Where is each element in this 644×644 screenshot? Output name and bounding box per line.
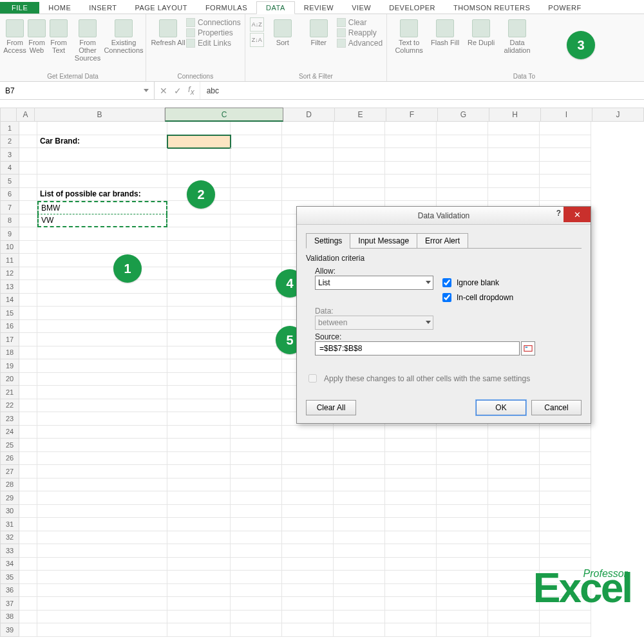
cell[interactable] [231, 452, 282, 466]
cell[interactable] [231, 214, 282, 228]
sort-desc-button[interactable]: Z↓A [250, 33, 264, 47]
cell[interactable] [540, 465, 591, 478]
cell[interactable] [282, 491, 334, 505]
cell[interactable] [282, 584, 334, 598]
cell[interactable] [231, 386, 282, 399]
cell[interactable] [231, 294, 282, 307]
cell[interactable] [231, 162, 282, 175]
from-access-button[interactable]: From Access [4, 17, 26, 54]
cell[interactable] [437, 518, 488, 531]
cell[interactable] [437, 597, 488, 611]
flash-fill-button[interactable]: Flash Fill [427, 17, 463, 46]
cell[interactable] [385, 544, 437, 558]
cell[interactable] [334, 426, 385, 439]
cell[interactable] [437, 623, 488, 637]
clear-filter-button[interactable]: Clear [337, 18, 383, 27]
cell[interactable] [385, 426, 437, 439]
col-header[interactable]: B [35, 108, 165, 122]
help-button[interactable]: ? [556, 209, 561, 218]
cell[interactable] [167, 280, 231, 294]
row-header[interactable]: 28 [0, 478, 19, 492]
cell[interactable] [540, 175, 591, 188]
cell[interactable] [167, 558, 231, 571]
cell[interactable] [19, 162, 37, 175]
tab-review[interactable]: REVIEW [295, 2, 343, 14]
row-header[interactable]: 34 [0, 558, 19, 571]
cell[interactable] [231, 426, 282, 439]
cell[interactable] [167, 426, 231, 439]
close-button[interactable]: ✕ [564, 207, 591, 222]
cell[interactable] [19, 491, 37, 505]
cell[interactable] [231, 175, 282, 188]
row-header[interactable]: 6 [0, 188, 19, 202]
cell[interactable] [231, 201, 282, 214]
tab-page-layout[interactable]: PAGE LAYOUT [126, 2, 196, 14]
cell[interactable] [19, 280, 37, 294]
cell[interactable] [540, 491, 591, 505]
tab-view[interactable]: VIEW [343, 2, 380, 14]
cell[interactable] [488, 426, 540, 439]
remove-duplicates-button[interactable]: Re Dupli [463, 17, 499, 46]
cell[interactable] [488, 478, 540, 492]
cell[interactable] [231, 491, 282, 505]
refresh-all-button[interactable]: Refresh All [150, 17, 186, 46]
edit-links-button[interactable]: Edit Links [186, 39, 241, 48]
row-header[interactable]: 18 [0, 346, 19, 360]
cell[interactable] [231, 399, 282, 413]
row-header[interactable]: 25 [0, 439, 19, 452]
cell[interactable] [540, 162, 591, 175]
cell[interactable] [437, 531, 488, 545]
col-header[interactable]: E [335, 108, 386, 122]
cell[interactable] [37, 254, 167, 267]
cell[interactable] [19, 188, 37, 202]
cell[interactable] [231, 227, 282, 241]
cell[interactable] [334, 478, 385, 492]
cell[interactable] [488, 148, 540, 162]
row-header[interactable]: 35 [0, 571, 19, 584]
filter-button[interactable]: Filter [301, 17, 337, 46]
cell[interactable] [540, 531, 591, 545]
cell[interactable] [167, 122, 231, 135]
cell[interactable] [37, 518, 167, 531]
row-header[interactable]: 19 [0, 359, 19, 373]
cell[interactable] [19, 201, 37, 214]
cell[interactable] [231, 597, 282, 611]
row-header[interactable]: 21 [0, 386, 19, 399]
properties-button[interactable]: Properties [186, 28, 241, 37]
cell[interactable] [282, 531, 334, 545]
cell[interactable] [488, 623, 540, 637]
cell[interactable] [334, 584, 385, 598]
cell[interactable] [385, 611, 437, 624]
cell[interactable] [437, 611, 488, 624]
cell[interactable] [231, 584, 282, 598]
cell[interactable] [437, 162, 488, 175]
cell[interactable] [19, 359, 37, 373]
cell[interactable] [37, 491, 167, 505]
cell[interactable] [540, 188, 591, 202]
range-picker-button[interactable] [521, 341, 535, 355]
cell[interactable] [167, 439, 231, 452]
cell[interactable] [385, 162, 437, 175]
row-header[interactable]: 2 [0, 135, 19, 149]
cell[interactable] [488, 597, 540, 611]
cell[interactable] [488, 505, 540, 518]
cell[interactable] [540, 623, 591, 637]
cell[interactable] [231, 135, 282, 149]
tab-settings[interactable]: Settings [306, 233, 350, 249]
row-header[interactable]: 3 [0, 148, 19, 162]
cell[interactable] [167, 359, 231, 373]
col-header[interactable]: I [541, 108, 592, 122]
cell[interactable] [37, 148, 167, 162]
cell[interactable] [231, 122, 282, 135]
cell[interactable] [167, 584, 231, 598]
cell[interactable] [385, 135, 437, 149]
cell[interactable] [385, 623, 437, 637]
cell[interactable] [334, 544, 385, 558]
cell[interactable] [231, 544, 282, 558]
col-header[interactable]: G [438, 108, 489, 122]
cell[interactable] [167, 373, 231, 386]
cell[interactable] [282, 518, 334, 531]
sort-button[interactable]: Sort [265, 17, 301, 46]
cell[interactable] [19, 478, 37, 492]
allow-select[interactable] [315, 276, 433, 290]
